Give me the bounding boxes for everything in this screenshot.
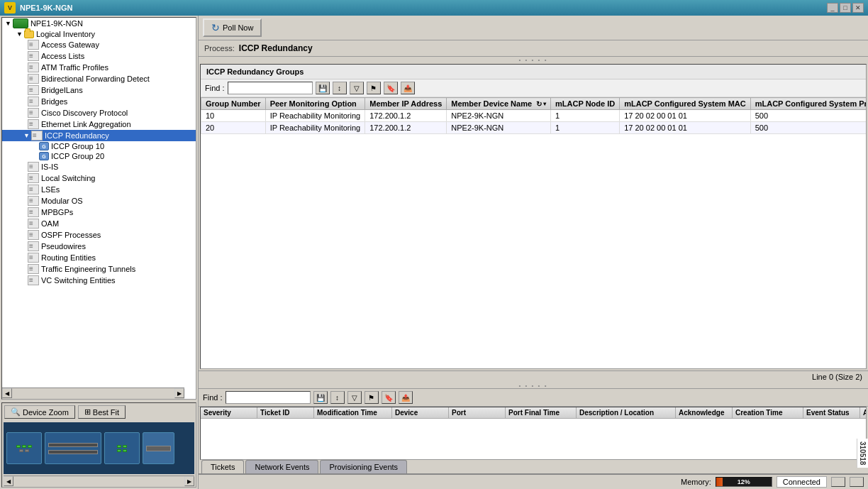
sidebar-item-mpbgps[interactable]: MPBGPs [2,207,196,218]
col-mlacp-node[interactable]: mLACP Node ID [551,98,620,110]
h-divider-bottom[interactable]: • • • • • [199,383,868,388]
port-8 [117,449,121,452]
sidebar-item-routing-entities[interactable]: Routing Entities [2,252,196,263]
device-icon [13,18,28,28]
list-icon [28,185,39,194]
zoom-icon: 🔍 [11,407,21,417]
list-icon [28,275,39,285]
device-zoom-button[interactable]: 🔍 Device Zoom [4,405,75,419]
tab-provisioning-events[interactable]: Provisioning Events [320,460,407,473]
title-bar: V NPE1-9K-NGN _ □ ✕ [0,0,868,16]
table-row[interactable]: 10IP Reachability Monitoring172.200.1.2N… [201,110,867,122]
device-scroll-left[interactable]: ◀ [4,476,13,486]
top-toolbar: ↻ Poll Now [199,16,868,40]
col-member-device[interactable]: Member Device Name ↻ ▾ [447,98,551,110]
table-cell: 17 20 02 00 01 01 [620,122,751,134]
sidebar-item-is-is[interactable]: IS-IS [2,161,196,172]
sidebar-item-bridgelans[interactable]: BridgeILans [2,84,196,96]
table-cell: 17 20 02 00 01 01 [620,110,751,122]
bottom-col-affected-id: Affected ID [860,407,867,418]
h-divider-top[interactable]: • • • • • [199,57,868,62]
close-button[interactable]: ✕ [852,3,864,13]
sidebar-item-modular-os[interactable]: Modular OS [2,195,196,207]
tree-root-node[interactable]: ▼ NPE1-9K-NGN [2,18,196,29]
bottom-col-device: Device [392,407,449,418]
bottom-col-port-final: Port Final Time [506,407,577,418]
device-hscrollbar[interactable]: ◀ ▶ [4,476,194,487]
poll-now-button[interactable]: ↻ Poll Now [203,18,262,37]
sidebar-item-oam[interactable]: OAM [2,218,196,229]
col-mlacp-mac[interactable]: mLACP Configured System MAC [620,98,751,110]
port-6 [117,445,121,448]
table-row[interactable]: 20IP Reachability Monitoring172.200.1.2N… [201,122,867,134]
scroll-right-btn[interactable]: ▶ [174,388,184,398]
bookmark-button[interactable]: 🔖 [384,82,398,94]
bottom-col-desc: Description / Location [577,407,676,418]
tab-tickets[interactable]: Tickets [201,460,244,473]
tree-logical-inventory[interactable]: ▼ Logical Inventory [2,29,196,39]
flag-button[interactable]: ⚑ [367,82,381,94]
sidebar-item-ospf[interactable]: OSPF Processes [2,229,196,241]
save-filter-button[interactable]: 💾 [316,82,330,94]
bottom-sort-btn[interactable]: ↕ [330,391,345,404]
divider-dots: • • • • • [519,57,548,63]
scroll-left-btn[interactable]: ◀ [2,388,12,398]
sidebar-item-vc-switching[interactable]: VC Switching Entities [2,275,196,286]
sidebar-item-access-gateway[interactable]: Access Gateway [2,39,196,50]
bottom-col-event-status: Event Status [803,407,860,418]
maximize-button[interactable]: □ [840,3,851,13]
best-fit-button[interactable]: ⊞ Best Fit [78,405,126,419]
fit-icon: ⊞ [84,407,91,417]
sidebar-item-pseudowires[interactable]: Pseudowires [2,241,196,252]
table-container[interactable]: Group Number Peer Monitoring Option Memb… [201,97,866,368]
table-cell: 20 [201,122,266,134]
sidebar-item-ethernet-link[interactable]: Ethernet Link Aggregation [2,119,196,130]
device-view [4,422,194,474]
list-icon [28,51,39,61]
tree-area[interactable]: ▼ NPE1-9K-NGN ▼ Logical Inventory Access… [1,17,196,400]
col-member-ip[interactable]: Member IP Address [365,98,447,110]
filter-button[interactable]: ▽ [350,82,364,94]
sidebar-item-cisco-discovery[interactable]: Cisco Discovery Protocol [2,107,196,119]
col-peer-monitoring[interactable]: Peer Monitoring Option [265,98,365,110]
sidebar-item-bridges[interactable]: Bridges [2,96,196,107]
sidebar-item-iccp-group10[interactable]: G ICCP Group 10 [2,141,196,151]
sidebar-item-lses[interactable]: LSEs [2,184,196,195]
sidebar-item-access-lists[interactable]: Access Lists [2,50,196,62]
find-toolbar: Find : 💾 ↕ ▽ ⚑ 🔖 📤 [201,79,866,97]
window-controls[interactable]: _ □ ✕ [827,3,864,13]
bottom-find-input[interactable] [226,391,311,404]
sidebar-item-bfd[interactable]: Bidirectional Forwarding Detect [2,73,196,84]
sort-button[interactable]: ↕ [333,82,347,94]
minimize-button[interactable]: _ [827,3,838,13]
export-button[interactable]: 📤 [401,82,415,94]
tab-network-events[interactable]: Network Events [245,460,318,473]
bottom-export-btn[interactable]: 📤 [399,391,413,404]
list-icon [31,131,43,141]
arrow-down-icon: ▾ [543,101,546,107]
col-mlacp-priority[interactable]: mLACP Configured System Priority [750,98,866,110]
bottom-find-label: Find : [203,393,223,402]
tree-scroll[interactable]: ▼ NPE1-9K-NGN ▼ Logical Inventory Access… [2,18,196,399]
device-scroll-right[interactable]: ▶ [184,476,194,486]
status-btn-2[interactable] [850,477,864,487]
port-2 [22,445,26,448]
sidebar-item-atm-traffic[interactable]: ATM Traffic Profiles [2,62,196,73]
bottom-flag-btn[interactable]: ⚑ [365,391,379,404]
table-cell: NPE2-9K-NGN [447,122,551,134]
bottom-save-btn[interactable]: 💾 [313,391,328,404]
sidebar-item-iccp-redundancy[interactable]: ▼ ICCP Redundancy [2,130,196,141]
tabs-bar: Tickets Network Events Provisioning Even… [199,460,868,473]
tree-hscrollbar[interactable]: ◀ ▶ [2,388,184,399]
sidebar-item-local-switching[interactable]: Local Switching [2,172,196,184]
sidebar-item-iccp-group20[interactable]: G ICCP Group 20 [2,151,196,161]
list-icon [28,241,39,251]
status-btn-1[interactable] [831,477,845,487]
sidebar-item-traffic-engineering[interactable]: Traffic Engineering Tunnels [2,263,196,275]
col-group-number[interactable]: Group Number [201,98,266,110]
bottom-bookmark-btn[interactable]: 🔖 [382,391,396,404]
window-title: NPE1-9K-NGN [20,4,73,12]
bottom-filter-btn[interactable]: ▽ [347,391,362,404]
scroll-track [12,388,174,399]
find-input[interactable] [228,82,313,94]
